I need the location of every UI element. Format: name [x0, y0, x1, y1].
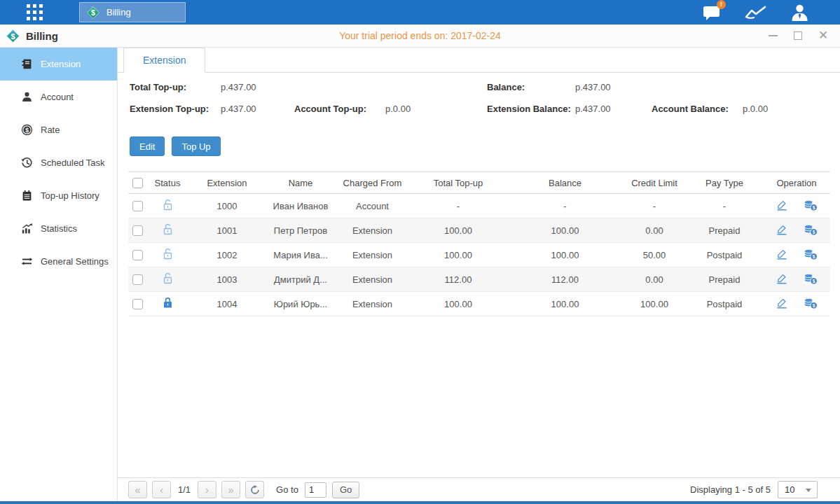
statistics-icon	[21, 223, 33, 234]
total-topup-label: Total Top-up:	[130, 82, 186, 92]
topup-button[interactable]: Top Up	[172, 136, 220, 156]
page-indicator: 1/1	[178, 484, 191, 495]
goto-input[interactable]	[305, 482, 326, 498]
row-checkbox[interactable]	[132, 250, 143, 260]
account-balance-value: p.0.00	[743, 104, 768, 114]
prev-page-button[interactable]: ‹	[152, 481, 171, 498]
maximize-icon[interactable]	[792, 30, 804, 41]
sidebar-item-account[interactable]: Account	[0, 80, 117, 113]
topup-icon[interactable]: $	[804, 199, 818, 214]
col-extension: Extension	[188, 172, 266, 194]
cell-charged-from: Extension	[336, 243, 409, 267]
edit-icon[interactable]	[776, 223, 788, 238]
sidebar-item-label: Statistics	[41, 223, 77, 234]
notification-badge: !	[717, 0, 726, 9]
row-checkbox[interactable]	[132, 299, 143, 309]
sidebar-item-scheduled-task[interactable]: Scheduled Task	[0, 146, 117, 179]
titlebar: $ Billing Your trial period ends on: 201…	[0, 24, 840, 48]
edit-icon[interactable]	[776, 272, 788, 287]
cell-charged-from: Extension	[336, 292, 409, 316]
cell-balance: 100.00	[507, 218, 623, 243]
topbar: $ Billing !	[0, 0, 840, 24]
extension-topup-value: p.437.00	[221, 104, 256, 114]
cell-name: Юрий Юрь...	[266, 292, 336, 316]
cell-pay-type: Postpaid	[686, 292, 763, 316]
topup-icon[interactable]: $	[804, 272, 818, 287]
sidebar-item-rate[interactable]: $ Rate	[0, 113, 117, 146]
cell-total-topup: 100.00	[409, 243, 507, 267]
tab-extension[interactable]: Extension	[123, 48, 205, 73]
table-body: 1000 Иван Иванов Account - - - - $	[128, 194, 830, 316]
table-row[interactable]: 1004 Юрий Юрь... Extension 100.00 100.00…	[128, 292, 830, 316]
unlocked-icon	[162, 198, 174, 214]
edit-button[interactable]: Edit	[130, 136, 165, 156]
cell-credit-limit: 0.00	[623, 267, 686, 292]
table-row[interactable]: 1003 Дмитрий Д... Extension 112.00 112.0…	[128, 267, 830, 292]
next-page-button[interactable]: ›	[198, 481, 216, 498]
svg-text:$: $	[25, 127, 29, 134]
row-checkbox[interactable]	[132, 274, 143, 285]
window-bottom-border	[0, 501, 840, 504]
sidebar-item-extension[interactable]: Extension	[0, 48, 117, 80]
cell-total-topup: -	[409, 194, 507, 218]
sidebar-item-topup-history[interactable]: Top-up History	[0, 179, 117, 212]
displaying-text: Displaying 1 - 5 of 5	[690, 484, 771, 495]
cell-total-topup: 112.00	[409, 267, 507, 292]
edit-icon[interactable]	[776, 199, 788, 214]
edit-icon[interactable]	[776, 248, 788, 262]
sidebar-item-label: Extension	[41, 59, 81, 69]
rate-icon: $	[21, 124, 33, 136]
refresh-button[interactable]	[245, 481, 264, 498]
cell-name: Иван Иванов	[266, 194, 336, 218]
cell-credit-limit: 0.00	[623, 218, 686, 243]
sidebar-item-label: General Settings	[41, 256, 109, 267]
table-header-row: Status Extension Name Charged From Total…	[128, 172, 830, 194]
topup-icon[interactable]: $	[804, 248, 818, 262]
user-icon[interactable]	[790, 4, 809, 22]
row-checkbox[interactable]	[132, 201, 143, 211]
sidebar-item-label: Rate	[41, 125, 60, 135]
edit-icon[interactable]	[776, 297, 788, 312]
table-row[interactable]: 1002 Мария Ива... Extension 100.00 100.0…	[128, 243, 830, 267]
page-size-select[interactable]: 10	[778, 481, 818, 498]
col-operation: Operation	[763, 172, 830, 194]
table-row[interactable]: 1001 Петр Петров Extension 100.00 100.00…	[128, 218, 830, 243]
topup-icon[interactable]: $	[804, 297, 818, 312]
cell-extension: 1000	[188, 194, 266, 218]
goto-label: Go to	[276, 484, 298, 495]
select-all-checkbox[interactable]	[132, 178, 143, 188]
messages-icon[interactable]: !	[702, 4, 721, 21]
taskbar-item-billing[interactable]: $ Billing	[79, 2, 186, 22]
extension-icon	[21, 58, 33, 70]
tabstrip: Extension	[118, 48, 840, 73]
row-checkbox[interactable]	[132, 225, 143, 236]
sidebar: Extension Account $ Rate	[0, 48, 118, 501]
app-grid-icon[interactable]	[27, 4, 43, 20]
page-size-value: 10	[785, 484, 794, 495]
account-topup-value: p.0.00	[385, 104, 411, 114]
cell-pay-type: Postpaid	[686, 243, 763, 267]
topup-icon[interactable]: $	[804, 223, 818, 238]
sidebar-item-general-settings[interactable]: General Settings	[0, 245, 117, 278]
go-button[interactable]: Go	[332, 482, 359, 498]
first-page-button[interactable]: «	[128, 481, 147, 498]
general-settings-icon	[21, 255, 33, 267]
close-icon[interactable]: ✕	[818, 30, 829, 41]
extension-balance-label: Extension Balance:	[487, 104, 571, 114]
balance-label: Balance:	[487, 82, 525, 92]
cell-balance: 100.00	[507, 243, 623, 267]
cell-name: Дмитрий Д...	[266, 267, 336, 292]
refresh-icon	[250, 485, 260, 495]
locked-icon	[162, 296, 174, 312]
last-page-button[interactable]: »	[221, 481, 240, 498]
statistics-chart-icon[interactable]	[745, 4, 766, 20]
scheduled-task-icon	[21, 157, 33, 169]
col-credit-limit: Credit Limit	[623, 172, 686, 194]
sidebar-item-statistics[interactable]: Statistics	[0, 212, 117, 245]
sidebar-item-label: Top-up History	[41, 190, 99, 201]
minimize-icon[interactable]	[767, 30, 778, 41]
sidebar-item-label: Scheduled Task	[41, 158, 105, 168]
cell-credit-limit: -	[623, 194, 686, 218]
table-row[interactable]: 1000 Иван Иванов Account - - - - $	[128, 194, 830, 218]
extension-balance-value: p.437.00	[575, 104, 611, 114]
